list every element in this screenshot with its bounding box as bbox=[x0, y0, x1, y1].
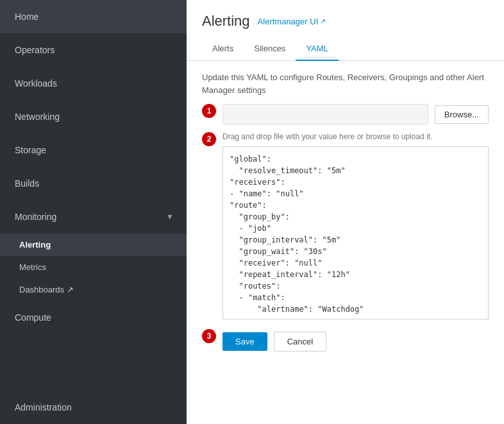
sidebar-item-compute[interactable]: Compute bbox=[0, 301, 187, 334]
tab-alerts[interactable]: Alerts bbox=[202, 37, 244, 61]
tab-bar: Alerts Silences YAML bbox=[187, 37, 504, 61]
sidebar-item-label: Administration bbox=[15, 402, 72, 412]
sidebar-sub-item-alerting[interactable]: Alerting bbox=[0, 233, 187, 256]
sidebar-item-storage[interactable]: Storage bbox=[0, 133, 187, 167]
file-input-area[interactable] bbox=[223, 104, 428, 124]
yaml-editor[interactable] bbox=[223, 146, 489, 319]
page-title: Alerting bbox=[202, 13, 250, 30]
alertmanager-link-text: Alertmanager UI bbox=[258, 17, 319, 26]
sidebar-item-label: Builds bbox=[15, 178, 39, 189]
step2-badge: 2 bbox=[202, 132, 216, 146]
sidebar-item-builds[interactable]: Builds bbox=[0, 167, 187, 200]
step1-row: 1 Browse... bbox=[202, 104, 489, 124]
sidebar-sub-item-label: Metrics bbox=[19, 262, 46, 272]
step3-row: 3 Save Cancel bbox=[202, 329, 489, 352]
sidebar-item-label: Operators bbox=[15, 45, 55, 55]
sidebar-sub-item-label: Dashboards ↗ bbox=[19, 285, 74, 294]
sidebar-item-label: Storage bbox=[15, 145, 46, 155]
save-button[interactable]: Save bbox=[223, 332, 267, 351]
sidebar-sub-item-metrics[interactable]: Metrics bbox=[0, 256, 187, 278]
sidebar-item-workloads[interactable]: Workloads bbox=[0, 67, 187, 100]
sidebar-item-administration[interactable]: Administration bbox=[0, 391, 187, 424]
tab-yaml[interactable]: YAML bbox=[296, 37, 338, 61]
sidebar-sub-item-dashboards[interactable]: Dashboards ↗ bbox=[0, 278, 187, 301]
file-upload-row: Browse... bbox=[223, 104, 489, 124]
step2-content: Drag and drop file with your value here … bbox=[223, 132, 489, 321]
sidebar-monitoring-section: Monitoring ▼ Alerting Metrics Dashboards… bbox=[0, 200, 187, 301]
sidebar-item-label: Compute bbox=[15, 312, 51, 323]
sidebar-item-label: Networking bbox=[15, 112, 60, 122]
alertmanager-ui-link[interactable]: Alertmanager UI ↗ bbox=[258, 17, 326, 26]
sidebar-item-label: Monitoring bbox=[15, 212, 56, 222]
sidebar-item-operators[interactable]: Operators bbox=[0, 33, 187, 67]
sidebar-item-home[interactable]: Home bbox=[0, 0, 187, 33]
description-text: Update this YAML to configure Routes, Re… bbox=[202, 71, 489, 96]
step2-row: 2 Drag and drop file with your value her… bbox=[202, 132, 489, 321]
external-link-icon: ↗ bbox=[320, 17, 326, 26]
main-content: Alerting Alertmanager UI ↗ Alerts Silenc… bbox=[187, 0, 504, 424]
sidebar-sub-item-label: Alerting bbox=[19, 240, 51, 250]
chevron-down-icon: ▼ bbox=[166, 212, 174, 221]
action-row: Save Cancel bbox=[223, 329, 326, 352]
drag-drop-text: Drag and drop file with your value here … bbox=[223, 132, 489, 141]
sidebar-item-monitoring[interactable]: Monitoring ▼ bbox=[0, 200, 187, 233]
cancel-button[interactable]: Cancel bbox=[274, 332, 326, 352]
step3-badge: 3 bbox=[202, 329, 216, 343]
tab-silences[interactable]: Silences bbox=[244, 37, 296, 61]
sidebar-item-label: Home bbox=[15, 12, 38, 22]
content-area: Update this YAML to configure Routes, Re… bbox=[187, 61, 504, 424]
page-header: Alerting Alertmanager UI ↗ bbox=[187, 0, 504, 30]
step1-badge: 1 bbox=[202, 104, 216, 118]
sidebar-item-label: Workloads bbox=[15, 78, 57, 89]
step1-content: Browse... bbox=[223, 104, 489, 124]
sidebar: Home Operators Workloads Networking Stor… bbox=[0, 0, 187, 424]
sidebar-item-networking[interactable]: Networking bbox=[0, 100, 187, 133]
browse-button[interactable]: Browse... bbox=[435, 105, 489, 124]
